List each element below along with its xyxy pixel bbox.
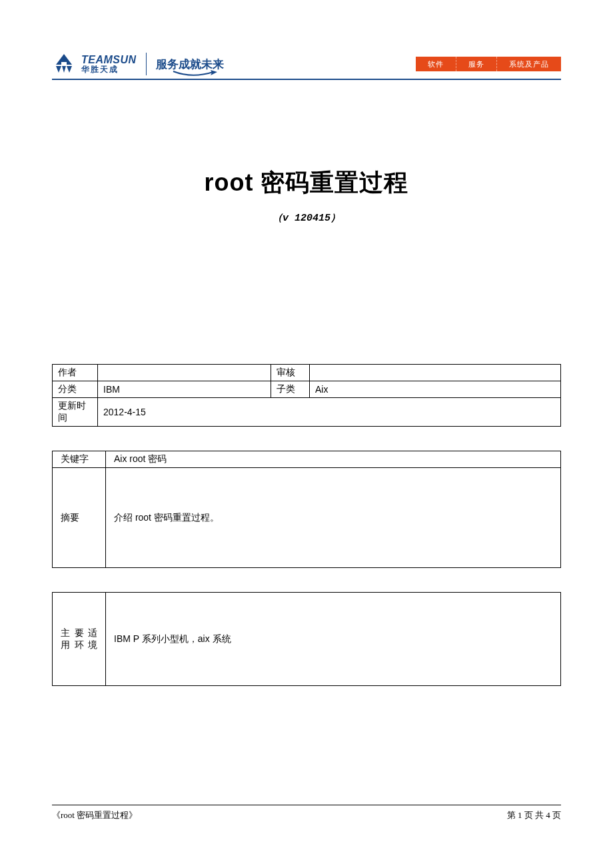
header-divider <box>146 53 147 75</box>
header-nav: 软件 服务 系统及产品 <box>416 57 561 71</box>
page-header: TEAMSUN 华胜天成 服务成就未来 软件 服务 系统及产品 <box>52 53 561 80</box>
footer-doc-name: 《root 密码重置过程》 <box>52 809 137 821</box>
author-label: 作者 <box>53 365 98 381</box>
logo-mark-icon <box>52 53 76 75</box>
category-value: IBM <box>98 381 271 398</box>
page-footer: 《root 密码重置过程》 第 1 页 共 4 页 <box>52 805 561 821</box>
category-label: 分类 <box>53 381 98 398</box>
document-title-block: root 密码重置过程 （v 120415） <box>52 167 561 224</box>
company-logo: TEAMSUN 华胜天成 <box>52 53 137 75</box>
document-title: root 密码重置过程 <box>52 167 561 199</box>
updated-label: 更新时间 <box>53 398 98 427</box>
author-value <box>98 365 271 381</box>
logo-text-en: TEAMSUN <box>81 55 137 65</box>
env-value: IBM P 系列小型机，aix 系统 <box>106 593 561 686</box>
environment-table: 主 要 适用环境 IBM P 系列小型机，aix 系统 <box>52 592 561 686</box>
slogan-text: 服务成就未来 <box>156 57 224 72</box>
logo-text-cn: 华胜天成 <box>81 65 137 73</box>
nav-tab-products[interactable]: 系统及产品 <box>496 57 561 71</box>
keywords-abstract-table: 关键字 Aix root 密码 摘要 介绍 root 密码重置过程。 <box>52 451 561 568</box>
svg-marker-2 <box>67 66 72 73</box>
header-left: TEAMSUN 华胜天成 服务成就未来 <box>52 53 224 75</box>
updated-value: 2012-4-15 <box>98 398 561 427</box>
subcategory-label: 子类 <box>271 381 310 398</box>
keywords-label: 关键字 <box>53 451 106 468</box>
subcategory-value: Aix <box>310 381 561 398</box>
env-label: 主 要 适用环境 <box>53 593 106 686</box>
review-label: 审核 <box>271 365 310 381</box>
abstract-value: 介绍 root 密码重置过程。 <box>106 468 561 568</box>
metadata-table: 作者 审核 分类 IBM 子类 Aix 更新时间 2012-4-15 <box>52 364 561 427</box>
abstract-label: 摘要 <box>53 468 106 568</box>
svg-marker-0 <box>56 54 72 65</box>
document-version: （v 120415） <box>52 211 561 224</box>
footer-page-number: 第 1 页 共 4 页 <box>507 809 561 821</box>
nav-tab-software[interactable]: 软件 <box>416 57 456 71</box>
keywords-value: Aix root 密码 <box>106 451 561 468</box>
review-value <box>310 365 561 381</box>
svg-marker-1 <box>56 66 61 73</box>
nav-tab-service[interactable]: 服务 <box>456 57 496 71</box>
slogan-arrow-icon <box>172 69 219 77</box>
svg-marker-3 <box>62 66 66 73</box>
